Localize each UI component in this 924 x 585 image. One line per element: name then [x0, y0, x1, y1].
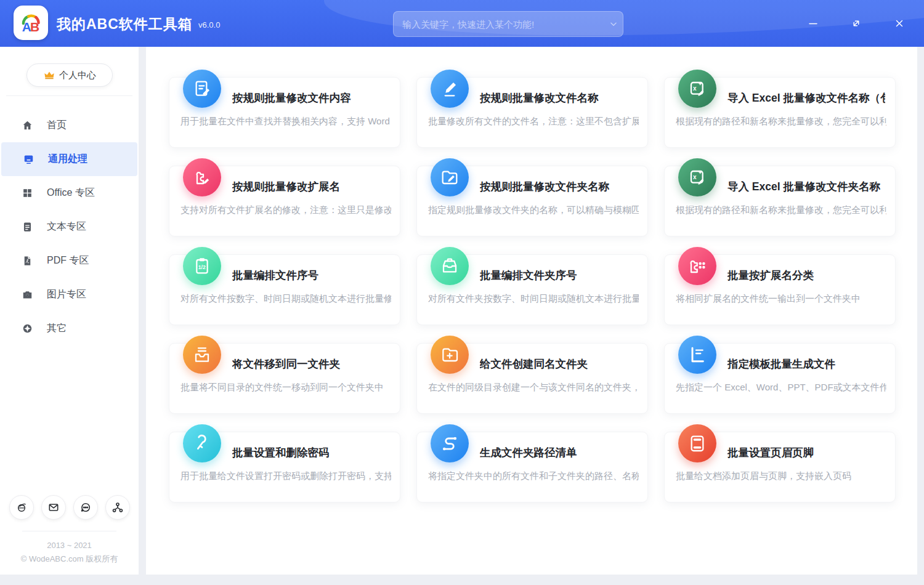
svg-text:x: x [693, 174, 697, 180]
tool-card-description: 用于批量在文件中查找并替换相关内容，支持 Word [180, 116, 391, 127]
copyright-years: 2013 ~ 2021 [0, 541, 139, 550]
sidebar-item-label: 文本专区 [47, 220, 86, 233]
puzzle-edit-icon [183, 158, 221, 196]
minimize-button[interactable] [800, 11, 827, 36]
pencil-icon [431, 70, 469, 108]
home-icon [22, 119, 33, 131]
globe-icon [22, 323, 33, 334]
tool-card-title: 按规则批量修改扩展名 [232, 166, 390, 195]
sidebar-item-2[interactable]: Office 专区 [0, 176, 137, 210]
tool-card-description: 根据现有的路径和新名称来批量修改，您完全可以利 [676, 116, 886, 127]
tool-card-2[interactable]: x导入 Excel 批量修改文件名称（包含扩展名）根据现有的路径和新名称来批量修… [664, 77, 896, 148]
tool-card-title: 批量编排文件夹序号 [480, 255, 638, 283]
tool-card-title: 批量设置页眉页脚 [727, 432, 885, 461]
card-grid: 按规则批量修改文件内容用于批量在文件中查找并替换相关内容，支持 Word按规则批… [169, 77, 894, 502]
sidebar-item-3[interactable]: 文本专区 [0, 210, 137, 244]
sidebar-item-4[interactable]: PDF 专区 [0, 244, 137, 278]
app-title: 我的ABC软件工具箱 [57, 15, 193, 34]
doc-tray-icon [183, 336, 221, 374]
excel-edit-icon: x [678, 158, 716, 196]
tool-card-description: 批量将不同目录的文件统一移动到同一个文件夹中 [180, 382, 391, 393]
app-logo: A B [14, 6, 48, 40]
tool-card-title: 批量设置和删除密码 [232, 432, 390, 461]
tool-card-14[interactable]: 批量设置页眉页脚批量给文档添加页眉与页脚，支持嵌入页码 [664, 432, 896, 502]
mail-button[interactable] [41, 495, 66, 520]
share-icon [111, 501, 124, 514]
global-search[interactable] [393, 11, 623, 37]
clipboard-number-icon: 1/2 [183, 247, 221, 285]
tool-card-description: 批量修改所有文件的文件名，注意：这里不包含扩展 [428, 116, 639, 127]
tool-card-description: 指定规则批量修改文件夹的名称，可以精确与模糊匹 [428, 204, 639, 216]
tool-card-description: 根据现有的路径和新名称来批量修改，您完全可以利 [676, 204, 886, 216]
social-links [0, 495, 139, 520]
tool-card-title: 按规则批量修改文件夹名称 [480, 166, 638, 195]
tool-card-title: 导入 Excel 批量修改文件名称（包含扩展名） [727, 78, 885, 106]
window-controls [800, 0, 913, 47]
share-button[interactable] [105, 495, 130, 520]
sidebar-item-0[interactable]: 首页 [0, 108, 137, 142]
pdf-icon [22, 255, 33, 267]
tool-card-13[interactable]: 生成文件夹路径清单将指定文件夹中的所有文件和子文件夹的路径、名称 [416, 432, 648, 502]
tool-card-title: 给文件创建同名文件夹 [480, 344, 638, 372]
tool-card-description: 对所有文件夹按数字、时间日期或随机文本进行批量 [428, 293, 639, 305]
tool-card-12[interactable]: 批量设置和删除密码用于批量给文件设置打开密码或删除打开密码，支持 [169, 432, 400, 502]
excel-edit-icon: x [678, 70, 716, 108]
tool-card-0[interactable]: 按规则批量修改文件内容用于批量在文件中查找并替换相关内容，支持 Word [169, 77, 400, 148]
tool-card-description: 将相同扩展名的文件统一输出到一个文件夹中 [676, 293, 886, 305]
maximize-icon [851, 18, 862, 29]
tool-card-6[interactable]: 1/2批量编排文件序号对所有文件按数字、时间日期或随机文本进行批量修 [169, 254, 400, 325]
divider [6, 95, 132, 96]
sidebar-item-label: PDF 专区 [47, 254, 89, 267]
tool-card-3[interactable]: 按规则批量修改扩展名支持对所有文件扩展名的修改，注意：这里只是修改 [169, 166, 400, 236]
close-button[interactable] [886, 11, 913, 36]
search-input[interactable] [394, 12, 604, 36]
key-icon [183, 424, 221, 462]
sidebar-item-1[interactable]: 通用处理 [1, 142, 137, 176]
sidebar-item-label: 通用处理 [48, 153, 87, 166]
tool-card-9[interactable]: 将文件移到同一文件夹批量将不同目录的文件统一移动到同一个文件夹中 [169, 343, 400, 414]
copyright-text: © WodeABC.com 版权所有 [0, 554, 139, 565]
doc-edit-icon [183, 70, 221, 108]
sidebar-nav: 首页通用处理Office 专区文本专区PDF 专区图片专区其它 [0, 108, 139, 345]
tool-card-description: 用于批量给文件设置打开密码或删除打开密码，支持 [180, 470, 391, 482]
divider [22, 531, 116, 531]
tool-card-description: 支持对所有文件扩展名的修改，注意：这里只是修改 [180, 204, 391, 216]
title-bar: A B 我的ABC软件工具箱 v6.0.0 [0, 0, 924, 47]
tool-card-7[interactable]: 批量编排文件夹序号对所有文件夹按数字、时间日期或随机文本进行批量 [416, 254, 648, 325]
chat-icon [79, 501, 92, 514]
mail-icon [47, 501, 60, 514]
tool-card-5[interactable]: x导入 Excel 批量修改文件夹名称根据现有的路径和新名称来批量修改，您完全可… [664, 166, 896, 236]
tool-card-description: 在文件的同级目录创建一个与该文件同名的文件夹， [428, 382, 639, 393]
profile-center-button[interactable]: 个人中心 [26, 63, 113, 87]
tool-card-description: 将指定文件夹中的所有文件和子文件夹的路径、名称 [428, 470, 639, 482]
tool-card-description: 先指定一个 Excel、Word、PPT、PDF或文本文件作 [676, 382, 886, 393]
puzzle-grid-icon [678, 247, 716, 285]
sidebar-item-label: 首页 [47, 119, 67, 132]
tool-card-4[interactable]: 按规则批量修改文件夹名称指定规则批量修改文件夹的名称，可以精确与模糊匹 [416, 166, 648, 236]
tool-card-1[interactable]: 按规则批量修改文件名称批量修改所有文件的文件名，注意：这里不包含扩展 [416, 77, 648, 148]
profile-center-label: 个人中心 [59, 70, 96, 81]
tool-card-title: 批量编排文件序号 [232, 255, 390, 283]
tool-card-8[interactable]: 批量按扩展名分类将相同扩展名的文件统一输出到一个文件夹中 [664, 254, 896, 325]
sidebar-item-label: 图片专区 [47, 288, 86, 301]
sidebar-item-6[interactable]: 其它 [0, 312, 137, 345]
ie-browser-button[interactable] [9, 495, 34, 520]
chat-button[interactable] [73, 495, 98, 520]
tool-card-title: 将文件移到同一文件夹 [232, 344, 390, 372]
svg-text:x: x [693, 85, 697, 92]
tool-card-title: 生成文件夹路径清单 [480, 432, 638, 461]
tool-card-title: 按规则批量修改文件内容 [232, 78, 390, 106]
text-doc-icon [22, 221, 33, 233]
app-version: v6.0.0 [198, 20, 220, 30]
ie-browser-icon [15, 501, 28, 514]
svg-text:1/2: 1/2 [198, 264, 206, 270]
close-icon [894, 18, 905, 29]
header-footer-icon [678, 424, 716, 462]
sidebar-item-5[interactable]: 图片专区 [0, 278, 137, 312]
maximize-button[interactable] [843, 11, 870, 36]
chevron-down-icon[interactable] [604, 12, 623, 36]
tool-card-10[interactable]: 给文件创建同名文件夹在文件的同级目录创建一个与该文件同名的文件夹， [416, 343, 648, 414]
main-content: 按规则批量修改文件内容用于批量在文件中查找并替换相关内容，支持 Word按规则批… [146, 47, 917, 575]
folder-edit-icon [431, 158, 469, 196]
tool-card-11[interactable]: 指定模板批量生成文件先指定一个 Excel、Word、PPT、PDF或文本文件作 [664, 343, 896, 414]
